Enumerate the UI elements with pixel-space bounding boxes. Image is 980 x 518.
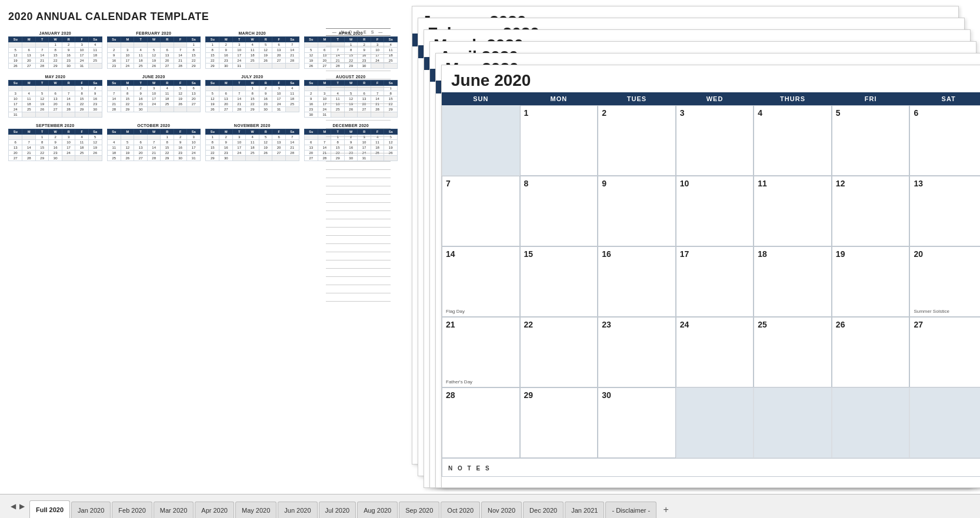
- tab-feb-2020[interactable]: Feb 2020: [112, 502, 152, 518]
- mini-cal-day: 2: [62, 42, 75, 48]
- june-cell-25: 25: [754, 317, 832, 387]
- notes-line: [326, 88, 391, 96]
- mini-cal-day: 27: [304, 156, 318, 161]
- mini-cal-day: 12: [206, 96, 219, 102]
- tab-apr-2020[interactable]: Apr 2020: [195, 502, 234, 518]
- june-cell-11: 11: [754, 176, 832, 246]
- mini-cal-day: 22: [35, 151, 48, 156]
- mini-cal-header: Su: [206, 37, 219, 42]
- mini-cal-day: 30: [219, 156, 232, 161]
- mini-cal-day: 14: [62, 96, 75, 102]
- mini-cal-day: 22: [206, 151, 219, 156]
- mini-cal-day: 22: [49, 58, 62, 64]
- tab-may-2020[interactable]: May 2020: [235, 502, 276, 518]
- june-col-sat: SAT: [909, 92, 980, 105]
- mini-cal-day: [88, 64, 102, 69]
- mini-cal-day: 25: [285, 102, 299, 107]
- mini-cal-day: 13: [161, 53, 174, 58]
- mini-cal-day: 8: [75, 91, 88, 96]
- tab-aug-2020[interactable]: Aug 2020: [357, 502, 398, 518]
- mini-cal-day: 27: [9, 156, 22, 161]
- mini-cal-day: [22, 86, 35, 91]
- mini-cal-day: 5: [206, 91, 219, 96]
- mini-cal-header: W: [147, 129, 160, 135]
- mini-cal-day: 16: [174, 145, 186, 151]
- mini-cal-header: T: [134, 81, 147, 86]
- mini-month-title-3: MARCH 2020: [205, 31, 299, 35]
- notes-line: [326, 79, 391, 88]
- mini-month-7: JULY 2020SuMTWRFSa1234567891011121314151…: [205, 75, 299, 118]
- tab-nov-2020[interactable]: Nov 2020: [481, 502, 522, 518]
- mini-cal-day: 18: [22, 102, 35, 107]
- nav-left[interactable]: ◀: [9, 501, 17, 512]
- notes-line: [326, 55, 391, 63]
- mini-cal-header: M: [219, 81, 232, 86]
- mini-cal-day: 5: [147, 48, 160, 53]
- tab-mar-2020[interactable]: Mar 2020: [154, 502, 194, 518]
- tab-full-2020[interactable]: Full 2020: [29, 500, 70, 518]
- mini-cal-day: 18: [285, 96, 299, 102]
- mini-cal-header: M: [22, 81, 35, 86]
- mini-cal-header: F: [75, 37, 88, 42]
- add-tab-button[interactable]: +: [658, 502, 674, 518]
- mini-cal-day: 22: [187, 58, 201, 64]
- mini-cal-day: [9, 135, 22, 140]
- mini-cal-day: 3: [187, 135, 201, 140]
- mini-cal-day: 10: [232, 140, 245, 145]
- mini-cal-day: [246, 64, 259, 69]
- mini-cal-10: SuMTWRFSa1234567891011121314151617181920…: [107, 129, 201, 161]
- mini-cal-day: [88, 156, 102, 161]
- tab-jan-2020[interactable]: Jan 2020: [71, 502, 111, 518]
- annual-overview: 2020 ANNUAL CALENDAR TEMPLATE JANUARY 20…: [0, 0, 406, 482]
- tab-oct-2020[interactable]: Oct 2020: [441, 502, 480, 518]
- mini-month-title-5: MAY 2020: [8, 75, 102, 79]
- mini-cal-day: 25: [134, 64, 147, 69]
- annual-title: 2020 ANNUAL CALENDAR TEMPLATE: [8, 11, 398, 23]
- mini-cal-day: 15: [246, 96, 259, 102]
- mini-cal-day: 16: [304, 102, 318, 107]
- mini-cal-day: [107, 42, 121, 48]
- mini-cal-day: 20: [272, 53, 285, 58]
- mini-cal-header: T: [232, 129, 245, 135]
- notes-header: — N O T E S —: [326, 28, 391, 36]
- mini-cal-day: 25: [75, 151, 88, 156]
- june-cell-28: 28: [442, 387, 520, 458]
- mini-cal-day: [285, 156, 299, 161]
- mini-cal-day: 18: [88, 53, 102, 58]
- mini-cal-header: R: [259, 129, 272, 135]
- mini-cal-day: 1: [206, 135, 219, 140]
- mini-cal-day: 26: [304, 64, 318, 69]
- mini-cal-day: [9, 86, 22, 91]
- mini-cal-day: 22: [246, 102, 259, 107]
- june-cell-19: 19: [832, 246, 910, 317]
- mini-cal-day: 5: [35, 91, 48, 96]
- june-cell-29: 29: [520, 387, 598, 458]
- tab-sep-2020[interactable]: Sep 2020: [399, 502, 439, 518]
- mini-cal-day: 13: [49, 96, 62, 102]
- june-cell-17: 17: [676, 246, 754, 317]
- mini-cal-day: 20: [272, 145, 285, 151]
- mini-cal-day: 10: [75, 48, 88, 53]
- tab-jun-2020[interactable]: Jun 2020: [278, 502, 317, 518]
- mini-cal-day: 11: [107, 145, 121, 151]
- mini-cal-header: T: [134, 129, 147, 135]
- nav-right[interactable]: ▶: [18, 501, 26, 512]
- mini-cal-day: 1: [161, 135, 174, 140]
- mini-cal-day: [259, 156, 272, 161]
- mini-cal-day: 12: [304, 53, 318, 58]
- mini-cal-day: 5: [9, 48, 22, 53]
- notes-line: [326, 252, 391, 260]
- june-cell-24: 24: [676, 317, 754, 387]
- mini-cal-header: W: [49, 129, 62, 135]
- mini-cal-day: 8: [206, 140, 219, 145]
- june-cell-12: 12: [832, 176, 910, 246]
- mini-cal-day: 11: [88, 48, 102, 53]
- tab-jan-2021[interactable]: Jan 2021: [565, 502, 604, 518]
- mini-cal-header: Sa: [187, 129, 201, 135]
- mini-cal-day: [22, 112, 35, 118]
- mini-cal-day: 2: [219, 42, 232, 48]
- notes-line: [326, 71, 391, 79]
- tab-jul-2020[interactable]: Jul 2020: [319, 502, 356, 518]
- tab-dec-2020[interactable]: Dec 2020: [523, 502, 564, 518]
- tab-disclaimer[interactable]: - Disclaimer -: [605, 502, 656, 518]
